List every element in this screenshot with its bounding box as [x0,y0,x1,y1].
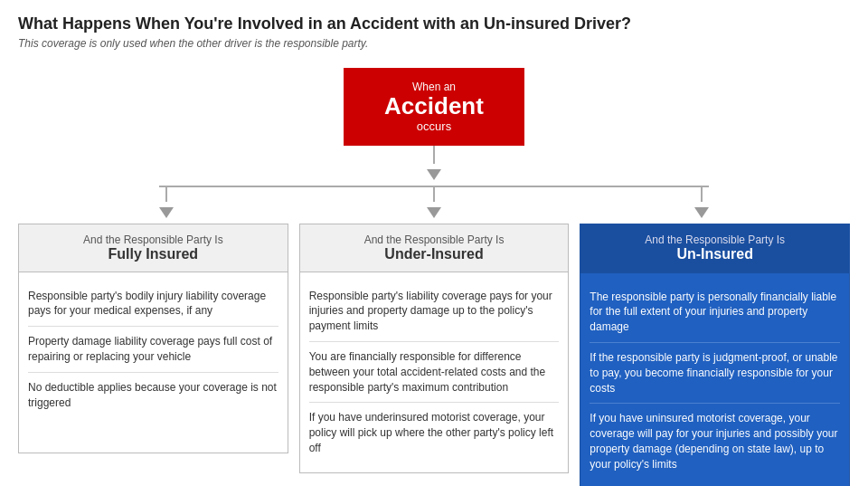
page-subtitle: This coverage is only used when the othe… [18,37,850,50]
column-under-insured: And the Responsible Party Is Under-Insur… [299,224,570,486]
arrow-down-left [159,207,174,218]
branch-v-line-right [701,187,703,202]
accident-box-small: When an [371,81,497,93]
h-branch [159,186,708,187]
accident-box-big: Accident [371,93,497,119]
top-arrow [427,146,441,186]
arrow-down-right [694,207,709,218]
list-item: Responsible party's liability coverage p… [309,281,560,342]
list-item: You are financially responsible for diff… [309,342,560,403]
accident-box: When an Accident occurs [344,68,524,146]
col-header-un-insured: And the Responsible Party Is Un-Insured [580,224,850,272]
branch-v-line-left [165,187,167,202]
col-header-bold-2: Under-Insured [307,246,561,262]
arrow-down-top [427,169,441,180]
page-title: What Happens When You're Involved in an … [18,14,850,33]
list-item: If the responsible party is judgment-pro… [590,343,840,404]
branch-arrow-left [159,187,174,224]
list-item: The responsible party is personally fina… [590,282,840,343]
col-header-bold-1: Fully Insured [26,246,280,262]
flowchart: When an Accident occurs [18,68,850,486]
list-item: If you have underinsured motorist covera… [309,403,560,462]
branch-arrow-right [694,187,709,224]
col-header-bold-3: Un-Insured [588,246,842,262]
col-header-under-insured: And the Responsible Party Is Under-Insur… [299,224,570,272]
col-header-fully-insured: And the Responsible Party Is Fully Insur… [18,224,288,272]
col-content-un-insured: The responsible party is personally fina… [580,272,850,486]
branch-v-line-center [433,187,435,202]
arrow-down-center [427,207,441,218]
col-header-small-1: And the Responsible Party Is [83,233,223,246]
list-item: No deductible applies because your cover… [28,373,278,418]
list-item: If you have uninsured motorist coverage,… [590,404,840,479]
col-header-small-2: And the Responsible Party Is [364,233,505,246]
col-header-small-3: And the Responsible Party Is [645,233,785,246]
accident-box-occurs: occurs [371,119,497,133]
branch-container [18,186,850,224]
col-content-under-insured: Responsible party's liability coverage p… [299,272,570,473]
column-fully-insured: And the Responsible Party Is Fully Insur… [18,224,288,486]
list-item: Responsible party's bodily injury liabil… [28,281,278,328]
col-content-fully-insured: Responsible party's bodily injury liabil… [18,272,288,453]
branch-arrow-center [427,187,441,224]
list-item: Property damage liability coverage pays … [28,327,278,373]
v-line-top [433,146,435,164]
column-un-insured: And the Responsible Party Is Un-Insured … [580,224,850,486]
three-arrows [159,187,708,224]
columns-wrapper: And the Responsible Party Is Fully Insur… [18,224,850,486]
